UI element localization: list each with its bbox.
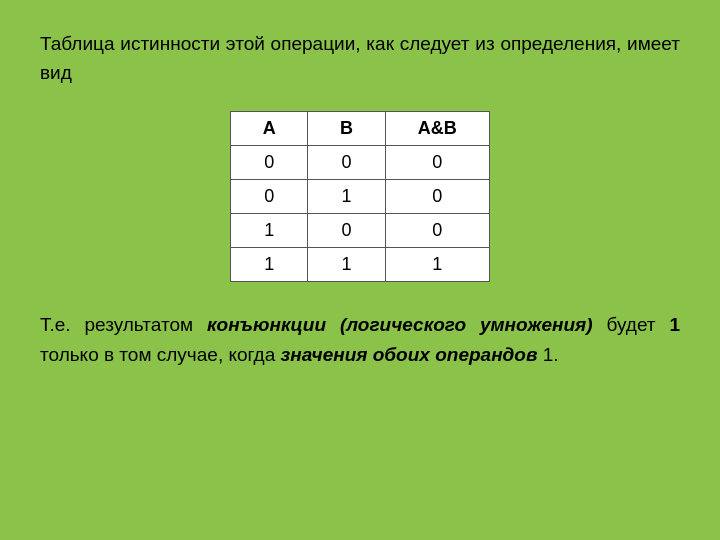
main-content: Таблица истинности этой операции, как сл…	[40, 30, 680, 371]
table-cell: 1	[231, 248, 308, 282]
conjunction-term: конъюнкции (логического умножения)	[207, 314, 593, 335]
col-ab-header: A&B	[385, 112, 489, 146]
bold-one: 1	[669, 314, 680, 335]
table-cell: 0	[308, 146, 385, 180]
table-row: 100	[231, 214, 490, 248]
table-cell: 0	[308, 214, 385, 248]
conclusion-end: 1.	[537, 344, 558, 365]
table-cell: 1	[231, 214, 308, 248]
table-cell: 1	[308, 180, 385, 214]
conclusion-prefix: Т.е. результатом	[40, 314, 207, 335]
table-wrapper: A B A&B 000010100111	[40, 111, 680, 282]
table-cell: 1	[385, 248, 489, 282]
table-row: 111	[231, 248, 490, 282]
conclusion-suffix: только в том случае, когда	[40, 344, 281, 365]
table-cell: 0	[231, 180, 308, 214]
table-cell: 0	[385, 214, 489, 248]
operands-term: значения обоих операндов	[281, 344, 538, 365]
table-cell: 0	[385, 180, 489, 214]
intro-paragraph: Таблица истинности этой операции, как сл…	[40, 30, 680, 87]
col-a-header: A	[231, 112, 308, 146]
col-b-header: B	[308, 112, 385, 146]
conclusion-paragraph: Т.е. результатом конъюнкции (логического…	[40, 310, 680, 371]
table-cell: 0	[385, 146, 489, 180]
table-row: 010	[231, 180, 490, 214]
table-header-row: A B A&B	[231, 112, 490, 146]
truth-table: A B A&B 000010100111	[230, 111, 490, 282]
table-cell: 0	[231, 146, 308, 180]
table-row: 000	[231, 146, 490, 180]
table-cell: 1	[308, 248, 385, 282]
conclusion-middle: будет	[593, 314, 670, 335]
